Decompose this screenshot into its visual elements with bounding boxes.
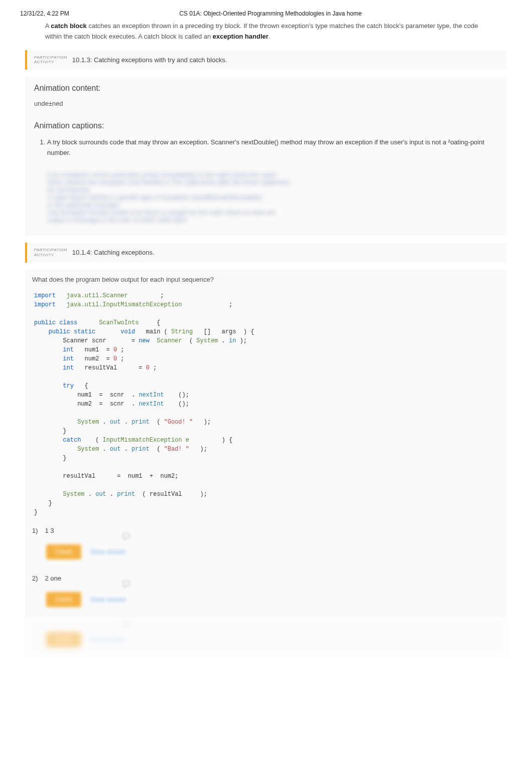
term-exception-handler: exception handler	[213, 33, 269, 40]
blurred-caption: If an exception occurs execution jumps i…	[47, 171, 492, 178]
blurred-caption: Any exception thrown inside a try block …	[47, 209, 492, 216]
undefined-text: unde±ned	[27, 98, 507, 114]
q-number: 2)	[32, 574, 43, 582]
page-header: 12/31/22, 4:22 PM CS 01A: Object-Oriente…	[0, 0, 532, 21]
speech-bubble-icon: 💬	[122, 532, 131, 539]
animation-content-heading: Animation content:	[27, 77, 507, 98]
blurred-caption: block catches the exception and handles …	[47, 178, 492, 186]
animation-captions-heading: Animation captions:	[27, 114, 507, 135]
speech-bubble-icon: 💬	[122, 620, 131, 627]
term-catch-block: catch block	[51, 22, 87, 30]
show-answer-link[interactable]: Show answer	[90, 548, 126, 555]
show-answer-link[interactable]: Show answer	[90, 636, 126, 643]
question-1: 1) 1 3 💬 Check Show answer	[25, 522, 507, 569]
animation-box: Animation content: unde±ned Animation ca…	[25, 77, 507, 236]
activity-label: PARTICIPATION ACTIVITY	[34, 55, 64, 65]
code-block: import java.util.Scanner ; import java.u…	[25, 288, 507, 522]
blurred-caption: do not execute	[47, 186, 492, 193]
check-button[interactable]: Check	[46, 544, 81, 559]
q-number: 1)	[32, 527, 43, 534]
caption-list: A try block surrounds code that may thro…	[27, 135, 507, 171]
q-input: 2 one	[45, 574, 62, 582]
timestamp: 12/31/22, 4:22 PM	[20, 10, 69, 17]
check-button[interactable]: Check	[46, 632, 81, 647]
question-3-blurred: 💬 Check Show answer	[25, 617, 507, 657]
activity-10-1-4: PARTICIPATION ACTIVITY 10.1.4: Catching …	[25, 243, 507, 262]
question-prompt: What does the program below output for e…	[25, 270, 507, 288]
blurred-caption: output a message to the user to enter va…	[47, 216, 492, 224]
check-button[interactable]: Check	[46, 592, 81, 607]
blurred-caption: in this particular example	[47, 201, 492, 209]
activity-title: 10.1.4: Catching exceptions.	[72, 249, 154, 256]
page-title: CS 01A: Object-Oriented Programming Meth…	[69, 10, 472, 17]
activity-10-1-3: PARTICIPATION ACTIVITY 10.1.3: Catching …	[25, 50, 507, 70]
activity-label: PARTICIPATION ACTIVITY	[34, 248, 64, 257]
q-input: 1 3	[45, 527, 54, 534]
show-answer-link[interactable]: Show answer	[90, 596, 126, 603]
blurred-caption: A catch block catches a specific type of…	[47, 193, 492, 201]
activity-title: 10.1.3: Catching exceptions with try and…	[72, 56, 227, 64]
speech-bubble-icon: 💬	[122, 580, 131, 587]
caption-item: A try block surrounds code that may thro…	[47, 137, 492, 158]
intro-paragraph: A catch block catches an exception throw…	[25, 21, 507, 50]
question-2: 2) 2 one 💬 Check Show answer	[25, 569, 507, 617]
